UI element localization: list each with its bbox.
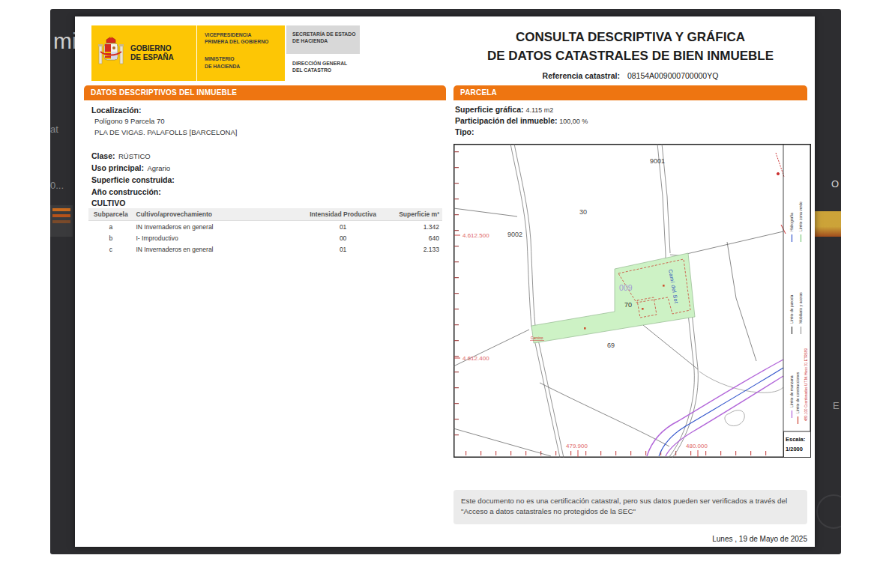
- cadastral-map: 9001 9002 30 69 70 009 Camí del Sot Cami…: [453, 144, 811, 458]
- legend-item-hidrografia: Hidrografía: [789, 213, 794, 231]
- document-date: Lunes , 19 de Mayo de 2025: [453, 535, 807, 543]
- ministerio-label: MINISTERIO DE HACIENDA: [205, 55, 285, 69]
- cultivo-header-row: Subparcela Cultivo/aprovechamiento Inten…: [88, 208, 442, 221]
- camino-label: Camino: [531, 336, 543, 340]
- background-text-fragment: mi: [53, 28, 77, 54]
- map-label-30: 30: [579, 208, 587, 216]
- superficie-grafica-label: Superficie gráfica:: [455, 105, 524, 114]
- tipo-row: Tipo:: [455, 127, 474, 136]
- localizacion-line1: Polígono 9 Parcela 70: [94, 117, 164, 125]
- background-text-fragment: at: [50, 124, 58, 135]
- referencia-catastral-row: Referencia catastral:08154A009000700000Y…: [453, 71, 807, 80]
- cell-intensidad: 01: [298, 243, 388, 255]
- direccion-box: DIRECCIÓN GENERAL DEL CATASTRO: [286, 57, 360, 81]
- referencia-label: Referencia catastral:: [543, 71, 620, 80]
- escala-value: 1/2000: [786, 446, 803, 452]
- gobierno-logo-box: GOBIERNO DE ESPAÑA: [91, 25, 196, 81]
- col-header-superficie: Superficie m²: [388, 208, 442, 221]
- document-thumbnail: [50, 205, 73, 237]
- cell-cultivo: IN Invernaderos en general: [133, 243, 298, 255]
- map-label-69: 69: [607, 342, 615, 349]
- cell-superficie: 2.133: [388, 243, 442, 255]
- map-label-9001: 9001: [650, 157, 665, 165]
- referencia-value: 08154A009000700000YQ: [627, 71, 718, 80]
- anio-construccion-label: Año construcción:: [91, 187, 161, 196]
- superficie-grafica-value: 4.115 m2: [525, 106, 553, 114]
- cadastral-document-page: GOBIERNO DE ESPAÑA VICEPRESIDENCIA PRIME…: [75, 16, 815, 547]
- legend-item-limite-parcela: Límite de parcela: [789, 294, 794, 324]
- table-row: b I- Improductivo 00 640: [88, 232, 442, 243]
- cell-intensidad: 00: [298, 232, 388, 243]
- disclaimer-note: Este documento no es una certificación c…: [453, 490, 807, 524]
- cadastral-map-svg: 9001 9002 30 69 70 009 Camí del Sot Cami…: [453, 144, 811, 458]
- dark-app-window: mi at 0... O E: [50, 9, 841, 554]
- cultivo-title: CULTIVO: [91, 198, 125, 207]
- anio-construccion-row: Año construcción:: [91, 184, 161, 198]
- cultivo-table: Subparcela Cultivo/aprovechamiento Inten…: [88, 208, 442, 255]
- background-text-fragment: E: [833, 400, 840, 411]
- uso-label: Uso principal:: [91, 163, 144, 172]
- localizacion-label: Localización:: [91, 106, 142, 115]
- escala-label: Escala:: [786, 436, 805, 443]
- tipo-label: Tipo:: [455, 127, 474, 136]
- participacion-label: Participación del inmueble:: [455, 116, 558, 125]
- cell-cultivo: I- Improductivo: [133, 232, 298, 243]
- background-seal-logo: [816, 494, 841, 529]
- section-header-parcela: PARCELA: [453, 85, 807, 100]
- document-title-line1: CONSULTA DESCRIPTIVA Y GRÁFICA: [453, 28, 807, 47]
- background-highlight-stripe: [813, 211, 841, 237]
- coord-label-bottom-right: 480.000: [686, 443, 708, 449]
- participacion-value: 100,00 %: [559, 118, 588, 125]
- vicepresidencia-label: VICEPRESIDENCIA PRIMERA DEL GOBIERNO: [205, 31, 285, 45]
- col-header-subparcela: Subparcela: [88, 208, 133, 221]
- map-label-70: 70: [624, 301, 632, 309]
- secretaria-box: SECRETARÍA DE ESTADO DE HACIENDA: [286, 25, 360, 54]
- localizacion-line2: PLA DE VIGAS. PALAFOLLS [BARCELONA]: [94, 128, 237, 136]
- ministerio-logo-box: VICEPRESIDENCIA PRIMERA DEL GOBIERNO MIN…: [197, 25, 285, 81]
- uso-value: Agrario: [147, 164, 170, 172]
- clase-value: RÚSTICO: [118, 152, 151, 160]
- secretaria-label: SECRETARÍA DE ESTADO DE HACIENDA: [292, 31, 360, 44]
- legend-item-construcciones: Límite de construcciones: [795, 372, 800, 413]
- cell-subparcela: c: [88, 243, 133, 255]
- col-header-cultivo: Cultivo/aprovechamiento: [133, 208, 298, 221]
- cell-cultivo: IN Invernaderos en general: [133, 221, 298, 233]
- table-row: c IN Invernaderos en general 01 2.133: [88, 243, 442, 255]
- legend-item-manzana: Límite de manzana: [789, 375, 794, 407]
- coord-label-left-top: 4.612.500: [462, 232, 489, 239]
- document-title-block: CONSULTA DESCRIPTIVA Y GRÁFICA DE DATOS …: [453, 28, 807, 80]
- map-label-009: 009: [619, 283, 633, 292]
- background-text-fragment: 0...: [50, 180, 64, 191]
- map-label-9002: 9002: [507, 231, 522, 238]
- cell-superficie: 640: [388, 232, 442, 243]
- legend-item-zona-verde: Límite zona verde: [798, 201, 803, 231]
- cell-superficie: 1.342: [388, 221, 442, 233]
- coord-label-bottom-left: 479.900: [566, 443, 588, 449]
- gobierno-label: GOBIERNO DE ESPAÑA: [130, 44, 174, 63]
- clase-label: Clase:: [91, 151, 115, 160]
- direccion-label: DIRECCIÓN GENERAL DEL CATASTRO: [292, 60, 360, 73]
- legend-item-mobiliario: Mobiliario y aceras: [798, 292, 803, 324]
- background-text-fragment: O: [831, 178, 839, 190]
- table-row: a IN Invernaderos en general 01 1.342: [88, 221, 442, 233]
- coord-label-left-bottom: 4.612.400: [462, 355, 489, 362]
- col-header-intensidad: Intensidad Productiva: [298, 208, 388, 221]
- cell-subparcela: b: [88, 232, 133, 243]
- superficie-construida-label: Superficie construida:: [91, 175, 175, 184]
- spain-coat-of-arms-icon: [97, 35, 124, 71]
- utm-coordinates-note: 480.100 Coordenadas U.T.M. Huso 31 ETRS8…: [804, 348, 808, 421]
- superficie-grafica-row: Superficie gráfica: 4.115 m2: [455, 105, 553, 114]
- participacion-row: Participación del inmueble: 100,00 %: [455, 116, 588, 125]
- document-title-line2: DE DATOS CATASTRALES DE BIEN INMUEBLE: [453, 47, 807, 66]
- section-header-datos: DATOS DESCRIPTIVOS DEL INMUEBLE: [84, 85, 446, 100]
- cell-intensidad: 01: [298, 221, 388, 233]
- cell-subparcela: a: [88, 221, 133, 233]
